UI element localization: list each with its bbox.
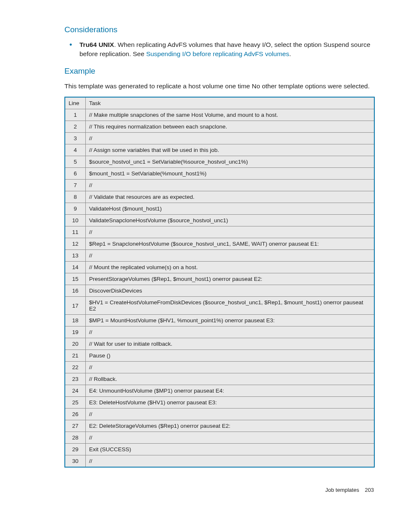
table-row: 14// Mount the replicated volume(s) on a… — [65, 262, 374, 273]
table-row: 17$HV1 = CreateHostVolumeFromDiskDevices… — [65, 297, 374, 315]
example-heading: Example — [64, 67, 375, 76]
task-cell: E3: DeleteHostVolume ($HV1) onerror paus… — [86, 397, 375, 409]
task-cell: Exit (SUCCESS) — [86, 444, 375, 455]
col-header-line: Line — [65, 97, 86, 109]
line-number-cell: 30 — [65, 455, 86, 468]
col-header-task: Task — [86, 97, 375, 109]
suspending-io-link[interactable]: Suspending I/O before replicating AdvFS … — [146, 50, 289, 57]
table-row: 8// Validate that resources are as expec… — [65, 191, 374, 203]
table-row: 25E3: DeleteHostVolume ($HV1) onerror pa… — [65, 397, 374, 409]
line-number-cell: 13 — [65, 250, 86, 262]
task-cell: // — [86, 226, 375, 238]
considerations-bullet: Tru64 UNIX. When replicating AdvFS volum… — [64, 40, 375, 59]
task-cell: $HV1 = CreateHostVolumeFromDiskDevices (… — [86, 297, 375, 315]
task-cell: E2: DeleteStorageVolumes ($Rep1) onerror… — [86, 420, 375, 432]
line-number-cell: 28 — [65, 432, 86, 444]
line-number-cell: 16 — [65, 285, 86, 297]
job-template-table: Line Task 1// Make multiple snapclones o… — [64, 97, 375, 468]
task-cell: $MP1 = MountHostVolume ($HV1, %mount_poi… — [86, 315, 375, 326]
task-cell: DiscoverDiskDevices — [86, 285, 375, 297]
task-cell: // Make multiple snapclones of the same … — [86, 109, 375, 121]
line-number-cell: 2 — [65, 121, 86, 133]
table-row: 13// — [65, 250, 374, 262]
table-row: 22// — [65, 362, 374, 373]
line-number-cell: 27 — [65, 420, 86, 432]
line-number-cell: 5 — [65, 156, 86, 168]
table-row: 15PresentStorageVolumes ($Rep1, $mount_h… — [65, 273, 374, 285]
task-cell: // — [86, 180, 375, 191]
line-number-cell: 23 — [65, 373, 86, 385]
line-number-cell: 22 — [65, 362, 86, 373]
line-number-cell: 18 — [65, 315, 86, 326]
example-intro-paragraph: This template was generated to replicate… — [64, 82, 375, 91]
task-cell: // — [86, 455, 375, 468]
line-number-cell: 7 — [65, 180, 86, 191]
task-cell: // — [86, 250, 375, 262]
line-number-cell: 15 — [65, 273, 86, 285]
table-row: 27E2: DeleteStorageVolumes ($Rep1) onerr… — [65, 420, 374, 432]
line-number-cell: 24 — [65, 385, 86, 397]
table-row: 23// Rollback. — [65, 373, 374, 385]
task-cell: // — [86, 409, 375, 420]
table-row: 19// — [65, 326, 374, 338]
footer-page-number: 203 — [365, 487, 374, 493]
task-cell: // Validate that resources are as expect… — [86, 191, 375, 203]
bullet-text-after-link: . — [289, 50, 291, 57]
line-number-cell: 8 — [65, 191, 86, 203]
task-cell: E4: UnmountHostVolume ($MP1) onerror pau… — [86, 385, 375, 397]
task-cell: // Mount the replicated volume(s) on a h… — [86, 262, 375, 273]
task-cell: // Wait for user to initiate rollback. — [86, 338, 375, 350]
table-row: 3// — [65, 133, 374, 144]
table-header-row: Line Task — [65, 97, 374, 109]
task-cell: $source_hostvol_unc1 = SetVariable(%sour… — [86, 156, 375, 168]
table-row: 28// — [65, 432, 374, 444]
task-cell: $Rep1 = SnapcloneHostVolume ($source_hos… — [86, 238, 375, 250]
table-row: 12$Rep1 = SnapcloneHostVolume ($source_h… — [65, 238, 374, 250]
task-cell: ValidateSnapcloneHostVolume ($source_hos… — [86, 215, 375, 226]
considerations-heading: Considerations — [64, 25, 375, 34]
table-row: 2// This requires normalization between … — [65, 121, 374, 133]
table-row: 6$mount_host1 = SetVariable(%mount_host1… — [65, 168, 374, 180]
line-number-cell: 11 — [65, 226, 86, 238]
task-cell: // This requires normalization between e… — [86, 121, 375, 133]
line-number-cell: 29 — [65, 444, 86, 455]
table-row: 26// — [65, 409, 374, 420]
table-row: 16DiscoverDiskDevices — [65, 285, 374, 297]
line-number-cell: 19 — [65, 326, 86, 338]
line-number-cell: 14 — [65, 262, 86, 273]
line-number-cell: 26 — [65, 409, 86, 420]
task-cell: ValidateHost ($mount_host1) — [86, 203, 375, 215]
page-footer: Job templates 203 — [64, 487, 375, 493]
line-number-cell: 25 — [65, 397, 86, 409]
bullet-lead-bold: Tru64 UNIX — [79, 41, 114, 48]
line-number-cell: 4 — [65, 144, 86, 156]
line-number-cell: 3 — [65, 133, 86, 144]
table-row: 29Exit (SUCCESS) — [65, 444, 374, 455]
line-number-cell: 9 — [65, 203, 86, 215]
table-row: 18$MP1 = MountHostVolume ($HV1, %mount_p… — [65, 315, 374, 326]
table-row: 7// — [65, 180, 374, 191]
task-cell: // — [86, 326, 375, 338]
table-row: 9ValidateHost ($mount_host1) — [65, 203, 374, 215]
task-cell: $mount_host1 = SetVariable(%mount_host1%… — [86, 168, 375, 180]
task-cell: // Assign some variables that will be us… — [86, 144, 375, 156]
table-row: 10ValidateSnapcloneHostVolume ($source_h… — [65, 215, 374, 226]
task-cell: // — [86, 133, 375, 144]
task-cell: PresentStorageVolumes ($Rep1, $mount_hos… — [86, 273, 375, 285]
table-row: 24E4: UnmountHostVolume ($MP1) onerror p… — [65, 385, 374, 397]
line-number-cell: 10 — [65, 215, 86, 226]
task-cell: // Rollback. — [86, 373, 375, 385]
line-number-cell: 12 — [65, 238, 86, 250]
task-cell: // — [86, 432, 375, 444]
table-row: 20// Wait for user to initiate rollback. — [65, 338, 374, 350]
task-cell: // — [86, 362, 375, 373]
line-number-cell: 21 — [65, 350, 86, 362]
line-number-cell: 6 — [65, 168, 86, 180]
table-row: 21Pause () — [65, 350, 374, 362]
line-number-cell: 1 — [65, 109, 86, 121]
line-number-cell: 17 — [65, 297, 86, 315]
table-row: 11// — [65, 226, 374, 238]
table-row: 1// Make multiple snapclones of the same… — [65, 109, 374, 121]
footer-section-label: Job templates — [325, 487, 359, 493]
table-row: 5$source_hostvol_unc1 = SetVariable(%sou… — [65, 156, 374, 168]
